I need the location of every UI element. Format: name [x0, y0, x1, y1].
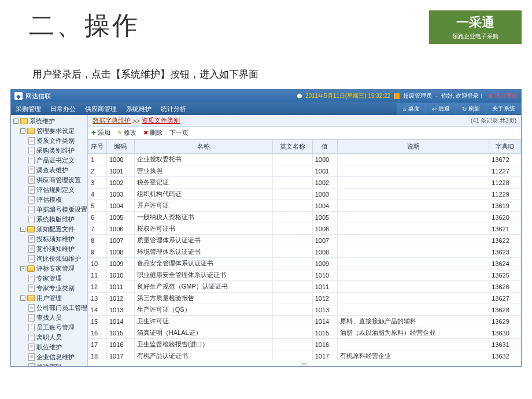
- tree-leaf-0-0[interactable]: 资质文件类别: [11, 136, 87, 146]
- table-row[interactable]: 41003组织机构代码证100311229: [88, 189, 521, 200]
- tree-group-0[interactable]: −管理要求设定: [11, 126, 87, 136]
- column-header-3[interactable]: 英文名称: [273, 140, 312, 154]
- table-row[interactable]: 51004开户许可证100413619: [88, 200, 521, 212]
- edit-button[interactable]: ✎修改: [117, 128, 136, 137]
- cell: 14: [88, 304, 107, 316]
- tree-leaf-3-4[interactable]: 职位维护: [11, 342, 87, 352]
- tree-leaf-1-1[interactable]: 竞价须知维护: [11, 244, 87, 254]
- cell: 1006: [312, 223, 337, 235]
- tree-leaf-3-3[interactable]: 离职人员: [11, 332, 87, 342]
- tree-leaf-0-4[interactable]: 供应商管理设置: [11, 175, 87, 185]
- table-row[interactable]: 71006授权许可证书100613621: [88, 223, 521, 235]
- cell: 11229: [489, 189, 521, 200]
- table-row[interactable]: 21001营业执照100111227: [88, 165, 521, 177]
- table-row[interactable]: 121011良好生产规范（GMP）认证证书101113626: [88, 281, 521, 293]
- file-icon: [28, 314, 35, 322]
- table-row[interactable]: 31002税务登记证100211228: [88, 177, 521, 189]
- menu-button-3[interactable]: 关于系统: [486, 103, 521, 114]
- exit-system-link[interactable]: ⊗ 退出系统: [488, 92, 518, 100]
- menu-item-2[interactable]: 供应商管理: [85, 105, 117, 113]
- window-titlebar: ◆ 网达信联 2011年5月11日(星期三) 15:32:22 超级管理员 - …: [11, 90, 521, 102]
- cell: 13632: [489, 350, 521, 361]
- table-row[interactable]: 61005一般纳税人资格证书100513620: [88, 212, 521, 223]
- tree-leaf-0-1[interactable]: 采购类别维护: [11, 146, 87, 156]
- cell: [273, 281, 312, 293]
- column-header-6[interactable]: 字典ID: [489, 140, 521, 154]
- column-header-1[interactable]: 编码: [106, 140, 134, 154]
- menu-button-0[interactable]: ⌂桌面: [397, 103, 426, 114]
- cell: 1005: [312, 212, 337, 223]
- tree-leaf-3-0[interactable]: 公司部门员工管理: [11, 303, 87, 313]
- tree-leaf-0-6[interactable]: 评估模板: [11, 195, 87, 205]
- tree-leaf-1-0[interactable]: 投标须知维护: [11, 234, 87, 244]
- datetime-display: 2011年5月11日(星期三) 15:32:22: [305, 92, 390, 100]
- cell: 12: [88, 281, 107, 293]
- cell: 1008: [312, 246, 337, 258]
- tree-group-2[interactable]: −评标专家管理: [11, 264, 87, 274]
- cell: 3: [88, 177, 107, 189]
- collapse-icon[interactable]: −: [20, 295, 25, 301]
- tree-leaf-0-5[interactable]: 评估规则定义: [11, 185, 87, 195]
- file-icon: [28, 167, 35, 174]
- tree-group-1[interactable]: −须知配置文件: [11, 224, 87, 234]
- logo-tagline: 领跑企业电子采购: [452, 32, 498, 40]
- file-icon: [28, 255, 35, 263]
- tree-leaf-0-2[interactable]: 产品证书定义: [11, 156, 87, 165]
- collapse-icon[interactable]: −: [20, 128, 25, 134]
- menu-button-1[interactable]: ↩后退: [426, 103, 456, 114]
- tree-root-node[interactable]: −系统维护: [11, 116, 87, 126]
- menu-item-3[interactable]: 系统维护: [126, 105, 152, 113]
- column-header-0[interactable]: 序号: [88, 140, 107, 154]
- column-header-5[interactable]: 说明: [337, 140, 489, 154]
- cell: 授权许可证书: [134, 223, 272, 235]
- cell: 1004: [106, 200, 134, 212]
- delete-button[interactable]: ✖删除: [143, 128, 162, 137]
- table-row[interactable]: 161015清真证明（HALAL证）1015油脂（或以油脂为原料）经营企业136…: [88, 327, 521, 339]
- table-row[interactable]: 131012第三方质量检验报告101213627: [88, 293, 521, 304]
- cell: 13672: [489, 154, 521, 165]
- brand-logo: 一采通 领跑企业电子采购: [429, 10, 522, 44]
- menu-item-1[interactable]: 日常办公: [50, 105, 76, 113]
- menu-item-0[interactable]: 采购管理: [16, 105, 41, 113]
- table-row[interactable]: 111010职业健康安全管理体系认证证书101013625: [88, 269, 521, 281]
- table-row[interactable]: 171016卫生监督检验报告(进口)101613631: [88, 339, 521, 350]
- table-row[interactable]: 141013生产许可证（QS）101313628: [88, 304, 521, 316]
- menu-item-4[interactable]: 统计分析: [161, 105, 186, 113]
- tree-leaf-3-1[interactable]: 查找人员: [11, 313, 87, 323]
- tree-leaf-0-8[interactable]: 系统模版维护: [11, 215, 87, 224]
- collapse-icon[interactable]: −: [20, 227, 25, 232]
- add-button[interactable]: ✚添加: [91, 128, 110, 137]
- sidebar-tree[interactable]: −系统维护−管理要求设定资质文件类别采购类别维护产品证书定义调查表维护供应商管理…: [11, 115, 88, 367]
- table-row[interactable]: 81007质量管理体系认证证书100713622: [88, 235, 521, 246]
- tree-leaf-3-5[interactable]: 企业信息维护: [11, 352, 87, 362]
- collapse-icon[interactable]: −: [13, 119, 19, 124]
- status-dot-icon: [297, 94, 302, 98]
- notify-icon: [394, 93, 400, 99]
- tree-leaf-1-2[interactable]: 询比价须知维护: [11, 254, 87, 264]
- next-page-button[interactable]: 下一页: [169, 128, 189, 137]
- folder-icon: [20, 118, 28, 124]
- tree-group-3[interactable]: −用户管理: [11, 293, 87, 303]
- breadcrumb-current[interactable]: 资质文件类别: [142, 116, 180, 125]
- cell: 11: [88, 269, 107, 281]
- cell: [273, 154, 312, 165]
- column-header-4[interactable]: 值: [312, 140, 337, 154]
- data-table: 序号编码名称英文名称值说明字典ID 11000企业授权委托书1000136722…: [88, 139, 521, 360]
- tree-leaf-0-3[interactable]: 调查表维护: [11, 165, 87, 175]
- tree-leaf-2-0[interactable]: 专家管理: [11, 274, 87, 283]
- table-row[interactable]: 11000企业授权委托书100013672: [88, 154, 521, 165]
- table-row[interactable]: 181017有机产品认证证书1017有机原料经营企业13632: [88, 350, 521, 361]
- tree-leaf-0-7[interactable]: 单据编号模版设置: [11, 205, 87, 215]
- table-row[interactable]: 151014卫生许可证1014原料、直接接触产品的辅料13629: [88, 316, 521, 327]
- tree-leaf-2-1[interactable]: 专家专业类别: [11, 283, 87, 293]
- tree-leaf-3-6[interactable]: 修改密码: [11, 362, 87, 367]
- table-row[interactable]: 91008环境管理体系认证证书100813623: [88, 246, 521, 258]
- breadcrumb-parent[interactable]: 数据字典维护: [93, 116, 131, 125]
- table-row[interactable]: 101009食品安全管理体系认证证书100913624: [88, 258, 521, 269]
- collapse-icon[interactable]: −: [20, 266, 25, 271]
- menu-button-2[interactable]: ↻刷新: [456, 103, 486, 114]
- logo-text: 一采通: [456, 14, 494, 31]
- cell: 8: [88, 235, 107, 246]
- tree-leaf-3-2[interactable]: 员工账号管理: [11, 323, 87, 332]
- column-header-2[interactable]: 名称: [134, 140, 272, 154]
